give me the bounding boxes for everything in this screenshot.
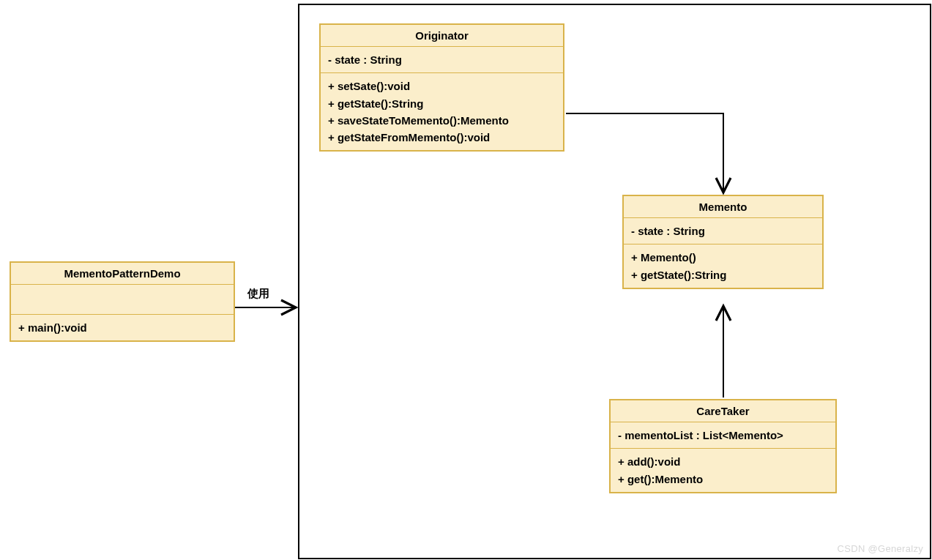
class-ops: + add():void + get():Memento: [611, 449, 835, 492]
class-memento: Memento - state : String + Memento() + g…: [622, 195, 824, 289]
op-row: + get():Memento: [618, 471, 828, 488]
class-caretaker: CareTaker - mementoList : List<Memento> …: [609, 399, 837, 493]
class-attrs: [11, 285, 234, 315]
class-originator: Originator - state : String + setSate():…: [319, 23, 564, 152]
diagram-canvas: MementoPatternDemo + main():void Origina…: [0, 0, 932, 560]
edge-label-uses: 使用: [247, 287, 269, 301]
attr-row: - state : String: [328, 51, 556, 68]
attr-row: - state : String: [631, 223, 815, 239]
class-attrs: - state : String: [624, 218, 822, 244]
op-row: + main():void: [18, 319, 226, 336]
class-title: CareTaker: [611, 400, 835, 422]
attr-row: - mementoList : List<Memento>: [618, 427, 828, 444]
op-row: + getState():String: [631, 266, 815, 283]
class-attrs: - mementoList : List<Memento>: [611, 422, 835, 449]
watermark-text: CSDN @Generalzy: [838, 543, 923, 554]
class-title: MementoPatternDemo: [11, 263, 234, 285]
class-title: Memento: [624, 196, 822, 218]
op-row: + setSate():void: [328, 78, 556, 94]
op-row: + saveStateToMemento():Memento: [328, 112, 556, 129]
class-ops: + main():void: [11, 315, 234, 340]
op-row: + add():void: [618, 453, 828, 470]
op-row: + Memento(): [631, 249, 815, 266]
class-ops: + setSate():void + getState():String + s…: [321, 73, 563, 150]
class-attrs: - state : String: [321, 47, 563, 73]
class-ops: + Memento() + getState():String: [624, 244, 822, 288]
op-row: + getState():String: [328, 95, 556, 112]
class-memento-pattern-demo: MementoPatternDemo + main():void: [10, 261, 235, 342]
op-row: + getStateFromMemento():void: [328, 129, 556, 146]
class-title: Originator: [321, 25, 563, 47]
